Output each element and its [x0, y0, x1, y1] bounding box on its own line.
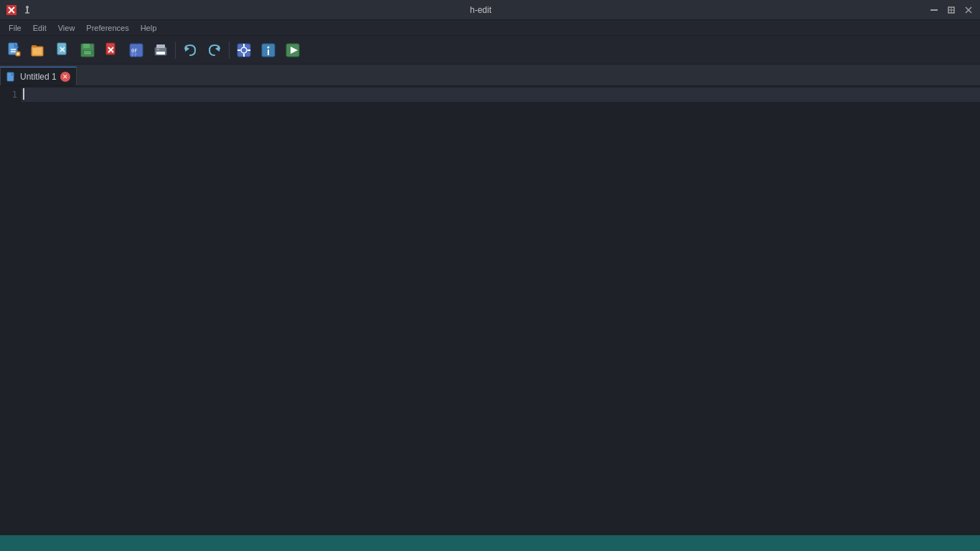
print-button[interactable] [149, 39, 172, 62]
tab-close-button[interactable]: ✕ [60, 72, 70, 82]
menu-edit[interactable]: Edit [27, 22, 52, 34]
menu-preferences[interactable]: Preferences [80, 22, 134, 34]
menu-file[interactable]: File [3, 22, 27, 34]
tab-label: Untitled 1 [20, 72, 57, 82]
svg-rect-25 [83, 44, 90, 48]
active-line-highlight [22, 88, 980, 102]
open-file-button[interactable] [27, 39, 50, 62]
maximize-button[interactable] [946, 4, 957, 16]
toolbar-separator-2 [229, 42, 230, 59]
svg-point-3 [26, 6, 29, 9]
new-file-button[interactable] [3, 39, 26, 62]
svg-rect-42 [243, 44, 245, 47]
close-file-button[interactable] [52, 39, 75, 62]
redo-button[interactable] [203, 39, 226, 62]
svg-rect-19 [32, 45, 37, 47]
menu-view[interactable]: View [52, 22, 81, 34]
status-bar [0, 535, 980, 551]
editor-area: 1 [0, 86, 980, 535]
svg-rect-6 [930, 9, 938, 11]
svg-rect-45 [248, 50, 250, 51]
delete-button[interactable] [100, 39, 123, 62]
tab-file-icon [6, 72, 17, 82]
menu-bar: File Edit View Preferences Help [0, 20, 980, 36]
svg-rect-44 [237, 50, 240, 51]
window-title: h-edit [470, 5, 491, 15]
app-icon [6, 4, 17, 16]
undo-button[interactable] [179, 39, 202, 62]
hex-view-button[interactable]: 0F FF [125, 39, 148, 62]
svg-rect-20 [33, 48, 42, 55]
run-button[interactable] [281, 39, 304, 62]
toolbar-separator-1 [175, 42, 176, 59]
tab-untitled-1[interactable]: Untitled 1 ✕ [0, 67, 77, 85]
menu-help[interactable]: Help [135, 22, 163, 34]
editor-content[interactable] [22, 86, 980, 535]
svg-rect-27 [84, 51, 91, 55]
title-bar-left [6, 4, 33, 16]
window-controls [928, 4, 974, 16]
title-bar: h-edit [0, 0, 980, 20]
info-button[interactable] [257, 39, 280, 62]
toolbar: 0F FF [0, 36, 980, 65]
svg-text:FF: FF [131, 52, 137, 58]
svg-rect-43 [243, 54, 245, 57]
save-button[interactable] [76, 39, 99, 62]
svg-rect-48 [268, 50, 269, 55]
svg-rect-4 [27, 9, 28, 13]
svg-marker-39 [215, 46, 220, 52]
svg-marker-38 [185, 46, 189, 52]
svg-rect-36 [156, 52, 165, 55]
svg-point-47 [268, 46, 270, 48]
pin-icon [22, 4, 33, 16]
settings-button[interactable] [232, 39, 255, 62]
close-button[interactable] [963, 4, 974, 16]
svg-rect-35 [156, 44, 165, 48]
line-numbers: 1 [0, 86, 22, 535]
text-cursor [23, 88, 24, 100]
tab-bar: Untitled 1 ✕ [0, 65, 980, 86]
minimize-button[interactable] [928, 4, 940, 16]
line-number-1: 1 [0, 88, 22, 102]
svg-rect-37 [157, 49, 159, 50]
